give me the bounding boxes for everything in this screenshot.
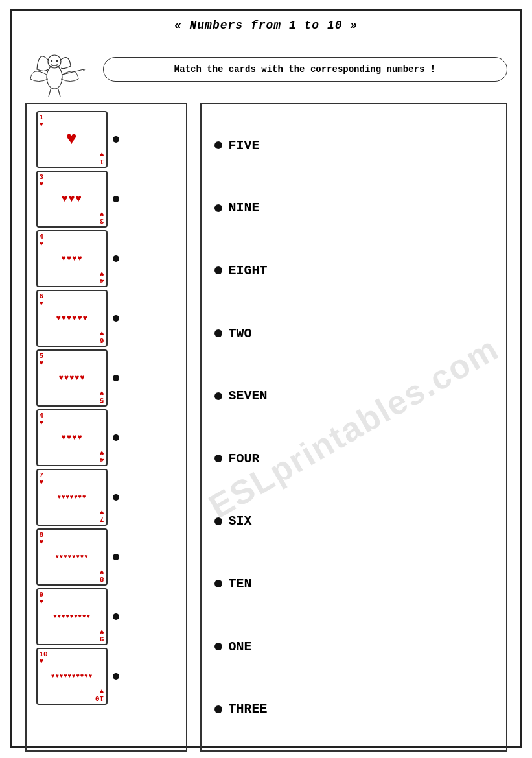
card-hearts-7: ♥ ♥ ♥ ♥ ♥ ♥ ♥ <box>40 486 104 508</box>
word-dot-six <box>214 517 222 525</box>
svg-point-6 <box>51 60 52 62</box>
card-num-top-5: 5♥ <box>40 353 104 367</box>
connector-dot-3 <box>113 255 119 262</box>
playing-card-2: 3♥ ♥ ♥ ♥ 3♥ <box>36 171 108 228</box>
card-row-6: 4♥ ♥ ♥ ♥ ♥ 4♥ <box>36 409 176 466</box>
heart-icon: ♥ <box>80 554 84 560</box>
heart-icon: ♥ <box>78 614 82 620</box>
card-row-3: 4♥ ♥ ♥ ♥ ♥ 4♥ <box>36 230 176 287</box>
card-num-top-4: 6♥ <box>40 293 104 307</box>
svg-point-0 <box>47 65 62 89</box>
heart-icon: ♥ <box>82 614 86 620</box>
heart-icon: ♥ <box>58 374 63 382</box>
header-section: ★ Match the cards with the corresponding… <box>12 32 520 103</box>
card-num-bottom-7: 7♥ <box>100 508 104 523</box>
left-panel: 1♥ ♥ 1♥ 3♥ ♥ ♥ ♥ 3♥ <box>25 103 187 752</box>
svg-point-7 <box>56 60 57 62</box>
playing-card-1: 1♥ ♥ 1♥ <box>36 111 108 168</box>
card-num-top-9: 9♥ <box>40 591 104 606</box>
heart-icon: ♥ <box>77 314 82 322</box>
heart-icon: ♥ <box>65 495 69 501</box>
card-hearts-8: ♥ ♥ ♥ ♥ ♥ ♥ ♥ ♥ <box>40 546 104 568</box>
right-panel: ESLprintables.com FIVE NINE EIGHT TWO SE… <box>200 103 507 752</box>
main-content: 1♥ ♥ 1♥ 3♥ ♥ ♥ ♥ 3♥ <box>12 103 520 752</box>
heart-icon: ♥ <box>77 255 82 263</box>
heart-icon: ♥ <box>58 495 61 501</box>
connector-dot-1 <box>113 136 119 143</box>
fairy-illustration: ★ <box>19 37 97 102</box>
word-dot-three <box>214 705 222 713</box>
heart-icon: ♥ <box>58 614 61 620</box>
card-num-bottom-5: 5♥ <box>100 389 104 403</box>
connector-dot-10 <box>113 673 119 680</box>
card-num-bottom-3: 4♥ <box>100 270 104 284</box>
heart-icon: ♥ <box>74 614 77 620</box>
card-num-top-10: 10♥ <box>40 651 104 665</box>
instruction-box: Match the cards with the corresponding n… <box>103 57 507 82</box>
heart-icon: ♥ <box>62 314 66 322</box>
heart-icon: ♥ <box>62 614 65 620</box>
card-num-top-2: 3♥ <box>40 174 104 188</box>
card-hearts-6: ♥ ♥ ♥ ♥ <box>40 427 104 449</box>
heart-icon: ♥ <box>84 554 87 560</box>
word-dot-four <box>214 455 222 462</box>
playing-card-5: 5♥ ♥ ♥ ♥ ♥ ♥ 5♥ <box>36 349 108 407</box>
card-num-bottom-10: 10♥ <box>95 687 104 702</box>
word-dot-five <box>214 141 222 149</box>
heart-icon: ♥ <box>64 554 67 560</box>
heart-icon: ♥ <box>66 130 77 148</box>
connector-dot-7 <box>113 494 119 501</box>
card-row-2: 3♥ ♥ ♥ ♥ 3♥ <box>36 171 176 228</box>
heart-icon: ♥ <box>72 255 76 263</box>
heart-icon: ♥ <box>70 495 73 501</box>
heart-icon: ♥ <box>64 374 69 382</box>
heart-icon: ♥ <box>86 614 89 620</box>
card-row-7: 7♥ ♥ ♥ ♥ ♥ ♥ ♥ ♥ 7♥ <box>36 469 176 526</box>
heart-icon: ♥ <box>56 314 60 322</box>
word-one: ONE <box>229 639 252 654</box>
heart-icon: ♥ <box>82 314 87 322</box>
word-row-four: FOUR <box>214 451 493 466</box>
word-eight: EIGHT <box>229 263 268 278</box>
word-row-eight: EIGHT <box>214 263 493 278</box>
card-num-top-3: 4♥ <box>40 233 104 248</box>
heart-icon: ♥ <box>72 674 75 680</box>
page-title: « Numbers from 1 to 10 » <box>12 11 520 32</box>
page-border: « Numbers from 1 to 10 » ★ <box>10 9 522 748</box>
heart-icon: ♥ <box>68 554 71 560</box>
card-hearts-4: ♥ ♥ ♥ ♥ ♥ ♥ <box>40 307 104 329</box>
heart-icon: ♥ <box>53 614 56 620</box>
card-num-top-8: 8♥ <box>40 532 104 546</box>
heart-icon: ♥ <box>70 614 73 620</box>
heart-icon: ♥ <box>62 495 65 501</box>
heart-icon: ♥ <box>64 674 67 680</box>
word-dot-one <box>214 643 222 650</box>
heart-icon: ♥ <box>62 194 68 204</box>
playing-card-6: 4♥ ♥ ♥ ♥ ♥ 4♥ <box>36 409 108 466</box>
word-row-two: TWO <box>214 326 493 341</box>
heart-icon: ♥ <box>55 554 58 560</box>
heart-icon: ♥ <box>62 255 66 263</box>
word-five: FIVE <box>229 138 260 153</box>
heart-icon: ♥ <box>76 674 79 680</box>
word-seven: SEVEN <box>229 388 268 403</box>
card-hearts-2: ♥ ♥ ♥ <box>40 188 104 210</box>
card-num-bottom-1: 1♥ <box>100 150 104 165</box>
heart-icon: ♥ <box>75 194 82 204</box>
svg-line-5 <box>58 88 60 97</box>
heart-icon: ♥ <box>80 674 84 680</box>
card-num-top-1: 1♥ <box>40 114 104 128</box>
heart-icon: ♥ <box>84 674 87 680</box>
word-row-ten: TEN <box>214 576 493 591</box>
card-row-1: 1♥ ♥ 1♥ <box>36 111 176 168</box>
heart-icon: ♥ <box>51 674 54 680</box>
heart-icon: ♥ <box>76 554 79 560</box>
watermark: ESLprintables.com <box>202 329 505 526</box>
playing-card-3: 4♥ ♥ ♥ ♥ ♥ 4♥ <box>36 230 108 287</box>
card-num-bottom-2: 3♥ <box>100 210 104 224</box>
word-dot-nine <box>214 204 222 212</box>
card-hearts-5: ♥ ♥ ♥ ♥ ♥ <box>40 367 104 389</box>
heart-icon: ♥ <box>74 495 77 501</box>
card-hearts-3: ♥ ♥ ♥ ♥ <box>40 248 104 270</box>
heart-icon: ♥ <box>75 374 79 382</box>
